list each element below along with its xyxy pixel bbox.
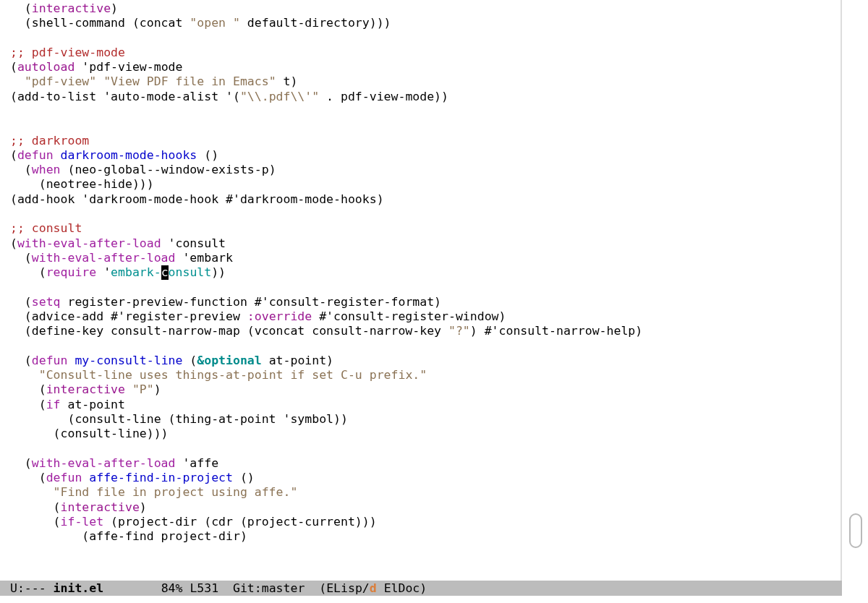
modeline-status: U:--- <box>10 581 54 595</box>
code-line: (with-eval-after-load 'affe <box>10 456 218 470</box>
code-line: (interactive "P") <box>10 382 161 396</box>
code-line: "Find file in project using affe." <box>10 485 297 499</box>
code-line: (with-eval-after-load 'consult <box>10 236 226 250</box>
code-line: ;; pdf-view-mode <box>10 46 125 59</box>
code-line: (add-hook 'darkroom-mode-hook #'darkroom… <box>10 192 384 206</box>
code-line: (autoload 'pdf-view-mode <box>10 60 182 74</box>
code-line: (when (neo-global--window-exists-p) <box>10 163 276 176</box>
major-mode: (ELisp <box>305 581 362 595</box>
code-line: ;; consult <box>10 221 82 235</box>
code-line: (require 'embark-consult)) <box>10 265 226 279</box>
code-line: (defun affe-find-in-project () <box>10 471 255 484</box>
code-line: "pdf-view" "View PDF file in Emacs" t) <box>10 74 297 88</box>
code-line: (add-to-list 'auto-mode-alist '("\\.pdf\… <box>10 90 448 103</box>
line-number: L531 <box>182 581 218 595</box>
code-line: (interactive) <box>10 1 118 15</box>
code-line: (consult-line))) <box>10 427 169 440</box>
code-line: (consult-line (thing-at-point 'symbol)) <box>10 412 348 426</box>
code-line: (if-let (project-dir (cdr (project-curre… <box>10 515 377 529</box>
code-line: (with-eval-after-load 'embark <box>10 251 233 265</box>
code-line: (neotree-hide))) <box>10 177 154 191</box>
buffer-name: init.el <box>54 581 104 595</box>
scrollbar-track[interactable] <box>842 0 868 603</box>
code-line: (defun my-consult-line (&optional at-poi… <box>10 354 333 367</box>
text-cursor: c <box>161 265 169 280</box>
code-line: (setq register-preview-function #'consul… <box>10 295 441 309</box>
code-buffer[interactable]: (interactive) (shell-command (concat "op… <box>0 0 842 544</box>
code-line: (if at-point <box>10 398 125 411</box>
code-line: (affe-find project-dir) <box>10 529 247 543</box>
code-line: (defun darkroom-mode-hooks () <box>10 148 218 162</box>
modeline[interactable]: U:--- init.el 84% L531 Git:master (ELisp… <box>0 581 842 596</box>
code-line: (shell-command (concat "open " default-d… <box>10 16 391 30</box>
code-line: (interactive) <box>10 500 147 514</box>
code-line: (advice-add #'register-preview :override… <box>10 309 506 323</box>
editor-pane[interactable]: (interactive) (shell-command (concat "op… <box>0 0 842 603</box>
scrollbar-thumb[interactable] <box>849 513 862 548</box>
git-branch: Git:master <box>218 581 305 595</box>
position-percent: 84% <box>161 581 183 595</box>
code-line: "Consult-line uses things-at-point if se… <box>10 368 427 382</box>
code-line: ;; darkroom <box>10 134 89 147</box>
code-line: (define-key consult-narrow-map (vconcat … <box>10 324 642 338</box>
